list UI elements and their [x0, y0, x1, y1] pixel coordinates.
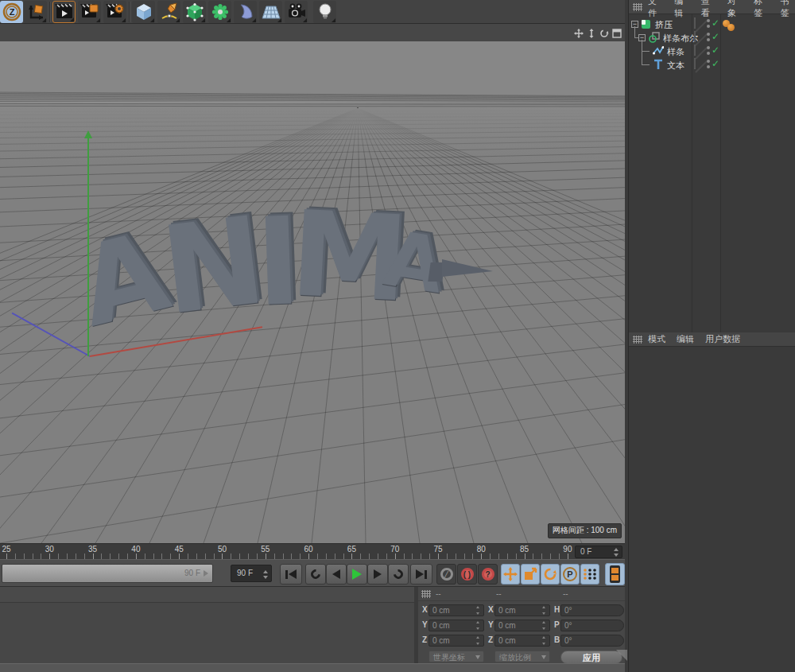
flyout-corner — [332, 18, 335, 22]
pos-y-field[interactable]: 0 cm — [429, 620, 484, 631]
position-column-header: -- — [436, 589, 441, 598]
deformers-button[interactable] — [208, 1, 231, 23]
tree-line — [634, 26, 635, 37]
record-keyframe-button[interactable]: ⁄ — [436, 564, 456, 585]
layer-toggle[interactable] — [694, 45, 696, 55]
pan-icon[interactable] — [573, 28, 584, 38]
scene-3d-view[interactable]: ANIMA 网格间距 : 100 cm — [0, 41, 625, 543]
previous-frame-button[interactable] — [326, 564, 347, 585]
timeline-ruler[interactable]: 2530354045505560657075808590 0 F — [0, 543, 625, 559]
enabled-check-icon[interactable]: ✓ — [712, 45, 719, 56]
record-pla-toggle[interactable] — [580, 564, 599, 585]
scale-mode-dropdown[interactable]: 缩放比例 — [494, 651, 550, 662]
pos-z-field[interactable]: 0 cm — [429, 635, 484, 647]
coordinates-panel: -- -- -- X 0 cm X 0 cm H 0° Y 0 cm Y 0 c… — [417, 587, 625, 663]
visibility-dots[interactable] — [707, 60, 710, 68]
record-parameter-toggle[interactable]: P — [560, 564, 580, 585]
coord-system-dropdown[interactable]: 世界坐标 — [429, 651, 484, 662]
material-manager-header[interactable] — [0, 587, 414, 603]
enabled-check-icon[interactable]: ✓ — [712, 17, 719, 29]
pos-x-label: X — [422, 605, 428, 614]
panel-handle-icon[interactable] — [633, 3, 642, 11]
layer-toggle[interactable] — [694, 59, 696, 68]
record-position-toggle[interactable] — [501, 564, 520, 585]
go-to-end-button[interactable] — [410, 564, 432, 585]
z-tool-button[interactable]: Z — [0, 1, 23, 23]
range-end-handle[interactable]: 90 F — [184, 569, 208, 577]
motion-system-button[interactable] — [605, 563, 625, 585]
play-button[interactable] — [347, 564, 367, 585]
dolly-icon[interactable] — [586, 28, 596, 38]
size-x-field[interactable]: 0 cm — [494, 604, 550, 616]
render-picture-viewer-button[interactable] — [78, 1, 101, 23]
object-label[interactable]: 挤压 — [655, 19, 673, 31]
object-label[interactable]: 样条布尔 — [663, 33, 698, 45]
pos-y-value: 0 cm — [432, 621, 450, 630]
current-frame-stepper[interactable] — [262, 570, 269, 579]
preview-range-slider[interactable]: 90 F — [2, 564, 213, 583]
om-menu-bookmarks[interactable]: 书签 — [781, 0, 795, 19]
main-toolbar: Z — [0, 0, 625, 24]
visibility-dots[interactable] — [707, 33, 710, 41]
am-menu-userdata[interactable]: 用户数据 — [705, 333, 740, 345]
object-row-spline[interactable]: 样条 ✓ — [629, 45, 795, 58]
layer-toggle[interactable] — [694, 18, 696, 28]
pos-z-value: 0 cm — [432, 636, 450, 645]
next-frame-button[interactable] — [367, 564, 388, 585]
generators-button[interactable] — [183, 1, 206, 23]
object-row-text[interactable]: 文本 ✓ — [629, 58, 795, 72]
size-z-value: 0 cm — [498, 636, 516, 645]
move-axis-button[interactable] — [24, 1, 47, 23]
viewport-titlebar[interactable] — [0, 24, 625, 41]
sweep-button[interactable] — [234, 1, 257, 23]
go-to-start-button[interactable] — [280, 564, 302, 585]
om-menu-file[interactable]: 文件 — [648, 0, 663, 19]
rot-b-field[interactable]: 0° — [560, 635, 624, 647]
rot-p-field[interactable]: 0° — [560, 620, 624, 631]
object-row-spline-mask[interactable]: − 样条布尔 ✓ — [629, 31, 795, 45]
visibility-dots[interactable] — [707, 46, 710, 55]
am-menu-mode[interactable]: 模式 — [648, 333, 665, 345]
visibility-dots[interactable] — [707, 19, 710, 28]
enabled-check-icon[interactable]: ✓ — [712, 31, 719, 42]
next-key-button[interactable] — [388, 564, 409, 585]
render-view-button[interactable] — [52, 1, 76, 23]
phong-tag-icon[interactable] — [727, 24, 735, 31]
toggle-view-icon[interactable] — [611, 28, 622, 38]
record-scale-toggle[interactable] — [521, 564, 540, 585]
autokey-button[interactable]: ( ) — [457, 564, 477, 585]
cube-primitive-button[interactable] — [132, 1, 155, 23]
om-menu-view[interactable]: 查看 — [701, 0, 716, 19]
om-menu-edit[interactable]: 编辑 — [674, 0, 689, 19]
svg-text:Z: Z — [9, 7, 14, 17]
panel-handle-icon[interactable] — [421, 590, 431, 598]
om-menu-objects[interactable]: 对象 — [727, 0, 743, 19]
rot-h-field[interactable]: 0° — [560, 604, 624, 616]
object-label[interactable]: 文本 — [667, 60, 684, 72]
object-row-extrude[interactable]: − 挤压 ✓ — [629, 17, 795, 31]
pen-spline-button[interactable] — [157, 1, 180, 23]
camera-button[interactable] — [285, 1, 308, 23]
apply-button[interactable]: 应用 — [560, 651, 622, 664]
size-z-field[interactable]: 0 cm — [494, 635, 550, 647]
light-button[interactable] — [313, 1, 336, 23]
enabled-check-icon[interactable]: ✓ — [712, 58, 719, 69]
panel-handle-icon[interactable] — [633, 336, 642, 344]
end-frame-field[interactable]: 0 F — [575, 546, 622, 558]
end-frame-stepper[interactable] — [613, 548, 619, 557]
grid-spacing-label: 网格间距 : 100 cm — [548, 523, 622, 538]
current-frame-field[interactable]: 90 F — [231, 565, 272, 582]
keyframe-help-button[interactable]: ? — [478, 564, 498, 585]
previous-key-button[interactable] — [305, 564, 326, 585]
layer-toggle[interactable] — [694, 32, 696, 41]
floor-button[interactable] — [259, 1, 282, 23]
render-settings-button[interactable] — [103, 1, 126, 23]
object-label[interactable]: 样条 — [667, 46, 684, 58]
om-menu-tags[interactable]: 标签 — [754, 0, 769, 19]
rotate-icon[interactable] — [599, 28, 609, 38]
pos-x-field[interactable]: 0 cm — [429, 604, 484, 616]
am-menu-edit[interactable]: 编辑 — [677, 333, 694, 345]
size-y-field[interactable]: 0 cm — [494, 620, 550, 631]
coordinates-header: -- -- -- — [418, 587, 625, 601]
record-rotation-toggle[interactable] — [541, 564, 560, 585]
